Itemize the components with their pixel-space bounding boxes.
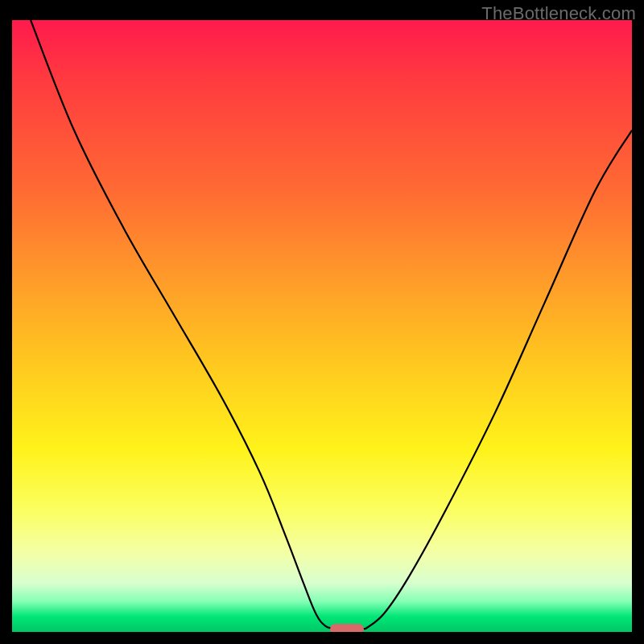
watermark-text: TheBottleneck.com — [481, 3, 636, 24]
chart-frame: TheBottleneck.com — [0, 0, 644, 644]
plot-area — [12, 20, 632, 632]
curve-path — [31, 20, 632, 629]
bottleneck-curve — [12, 20, 632, 632]
optimum-marker — [330, 624, 364, 632]
